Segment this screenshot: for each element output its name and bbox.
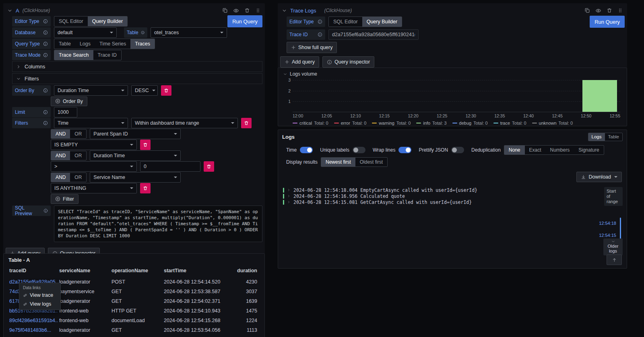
info-icon[interactable] bbox=[43, 30, 48, 35]
add-filter-button[interactable]: Filter bbox=[51, 194, 78, 204]
dedup-none[interactable]: None bbox=[504, 146, 525, 154]
legend-item-info[interactable]: info Total: 3 bbox=[416, 121, 446, 125]
time-switch[interactable] bbox=[300, 147, 313, 153]
view-table-option[interactable]: Table bbox=[605, 133, 623, 141]
run-query-button[interactable]: Run Query bbox=[227, 15, 262, 27]
trace-mode-trace-search[interactable]: Trace Search bbox=[54, 50, 93, 60]
info-icon[interactable] bbox=[43, 88, 48, 93]
filter-operator-select[interactable]: IS EMPTY bbox=[51, 140, 137, 150]
info-icon[interactable] bbox=[43, 110, 48, 115]
filter-operator-select[interactable]: > bbox=[51, 161, 137, 172]
info-icon[interactable] bbox=[43, 208, 48, 213]
query-type-time-series[interactable]: Time Series bbox=[95, 39, 130, 49]
bool-and[interactable]: AND bbox=[51, 129, 70, 138]
delete-query-trash-icon[interactable] bbox=[244, 8, 250, 13]
editor-type-sql-editor[interactable]: SQL Editor bbox=[329, 17, 362, 27]
bool-and[interactable]: AND bbox=[51, 151, 70, 160]
col-header-traceid[interactable]: traceID bbox=[8, 266, 58, 277]
trace-id-link[interactable]: 9e75f0481483b6... bbox=[8, 325, 58, 335]
info-icon[interactable] bbox=[43, 41, 48, 46]
bool-or[interactable]: OR bbox=[70, 173, 86, 182]
oldest-first-option[interactable]: Oldest first bbox=[355, 158, 387, 166]
remove-filter-button[interactable] bbox=[241, 118, 252, 128]
filter-field-select[interactable]: Service Name bbox=[90, 172, 181, 183]
expand-log-chevron-icon[interactable] bbox=[287, 188, 291, 192]
remove-order-by-button[interactable] bbox=[161, 85, 171, 96]
hide-query-eye-icon[interactable] bbox=[595, 8, 601, 14]
order-by-direction-select[interactable]: DESC bbox=[131, 85, 158, 96]
col-header-servicename[interactable]: serviceName bbox=[58, 266, 110, 277]
bool-or[interactable]: OR bbox=[70, 151, 86, 160]
info-icon[interactable] bbox=[43, 53, 48, 58]
view-logs-option[interactable]: Logs bbox=[588, 133, 605, 141]
show-full-query-button[interactable]: Show full query bbox=[287, 42, 337, 53]
query-type-traces[interactable]: Traces bbox=[130, 39, 155, 49]
duplicate-query-icon[interactable] bbox=[584, 8, 590, 13]
editor-type-query-builder[interactable]: Query Builder bbox=[362, 17, 402, 27]
filter-field-select[interactable]: Time bbox=[54, 118, 128, 128]
expand-log-chevron-icon[interactable] bbox=[287, 194, 291, 198]
run-query-button[interactable]: Run Query bbox=[590, 16, 625, 28]
filter-operator-select[interactable]: IS ANYTHING bbox=[51, 183, 137, 193]
limit-input[interactable] bbox=[54, 107, 77, 117]
view-trace-link[interactable]: View trace bbox=[19, 291, 60, 300]
query-type-logs[interactable]: Logs bbox=[75, 39, 95, 49]
older-logs-button[interactable]: Older logs bbox=[603, 238, 623, 255]
columns-section-toggle[interactable]: Columns bbox=[12, 61, 262, 72]
filter-value-input[interactable] bbox=[140, 161, 200, 172]
filter-time-range-select[interactable]: Within dashboard time range bbox=[131, 118, 238, 128]
collapse-query-icon[interactable] bbox=[282, 8, 287, 13]
scroll-to-top-button[interactable] bbox=[607, 255, 622, 265]
expand-log-chevron-icon[interactable] bbox=[287, 200, 291, 204]
download-button[interactable]: Download bbox=[576, 172, 622, 182]
legend-item-trace[interactable]: trace Total: 0 bbox=[493, 121, 526, 125]
col-header-starttime[interactable]: startTime bbox=[162, 266, 235, 277]
info-icon[interactable] bbox=[318, 19, 322, 24]
remove-filter-button[interactable] bbox=[140, 183, 151, 193]
table-select[interactable]: otel_traces bbox=[151, 27, 227, 38]
newest-first-option[interactable]: Newest first bbox=[321, 158, 355, 166]
bool-and[interactable]: AND bbox=[51, 173, 70, 182]
duplicate-query-icon[interactable] bbox=[222, 8, 228, 13]
legend-item-debug[interactable]: debug Total: 0 bbox=[452, 121, 488, 125]
editor-type-query-builder[interactable]: Query Builder bbox=[88, 16, 127, 26]
legend-item-unknown[interactable]: unknown Total: 0 bbox=[532, 121, 573, 125]
bool-or[interactable]: OR bbox=[70, 129, 86, 138]
drag-handle-icon[interactable] bbox=[617, 8, 623, 13]
filters-section-toggle[interactable]: Filters bbox=[12, 73, 262, 84]
wrap-lines-switch[interactable] bbox=[398, 147, 411, 153]
hide-query-eye-icon[interactable] bbox=[233, 8, 239, 14]
info-icon[interactable] bbox=[318, 32, 322, 37]
dedup-signature[interactable]: Signature bbox=[574, 146, 603, 154]
info-icon[interactable] bbox=[141, 30, 144, 35]
view-logs-link[interactable]: View logs bbox=[19, 300, 60, 308]
add-query-button[interactable]: Add query bbox=[280, 56, 319, 68]
trace-id-link[interactable]: 89cf4286e631591b4... bbox=[8, 316, 58, 325]
trace-mode-trace-id[interactable]: Trace ID bbox=[93, 50, 121, 60]
query-inspector-button[interactable]: Query inspector bbox=[322, 56, 374, 68]
query-type-table[interactable]: Table bbox=[54, 39, 75, 49]
range-timestamp[interactable]: 12:54:15 bbox=[599, 233, 616, 238]
col-header-duration[interactable]: duration bbox=[235, 266, 260, 277]
add-order-by-button[interactable]: Order By bbox=[51, 97, 87, 106]
order-by-field-select[interactable]: Duration Time bbox=[54, 85, 128, 96]
database-select[interactable]: default bbox=[54, 27, 117, 38]
prettify-json-switch[interactable] bbox=[451, 147, 464, 153]
col-header-operationname[interactable]: operationName bbox=[110, 266, 162, 277]
dedup-exact[interactable]: Exact bbox=[525, 146, 546, 154]
dedup-numbers[interactable]: Numbers bbox=[546, 146, 574, 154]
remove-filter-button[interactable] bbox=[140, 140, 151, 150]
legend-item-critical[interactable]: critical Total: 0 bbox=[293, 121, 328, 125]
filter-field-select[interactable]: Duration Time bbox=[90, 150, 181, 161]
editor-type-sql-editor[interactable]: SQL Editor bbox=[54, 16, 88, 26]
delete-query-trash-icon[interactable] bbox=[607, 8, 612, 13]
info-icon[interactable] bbox=[43, 19, 48, 24]
info-icon[interactable] bbox=[43, 121, 48, 125]
range-timestamp[interactable]: 12:54:18 bbox=[599, 221, 616, 226]
remove-filter-button[interactable] bbox=[204, 161, 214, 172]
drag-handle-icon[interactable] bbox=[255, 8, 261, 13]
legend-item-error[interactable]: error Total: 0 bbox=[334, 121, 367, 125]
unique-labels-switch[interactable] bbox=[353, 147, 365, 153]
logs-volume-header[interactable]: Logs volume bbox=[283, 70, 623, 78]
legend-item-warning[interactable]: warning Total: 0 bbox=[372, 121, 411, 125]
